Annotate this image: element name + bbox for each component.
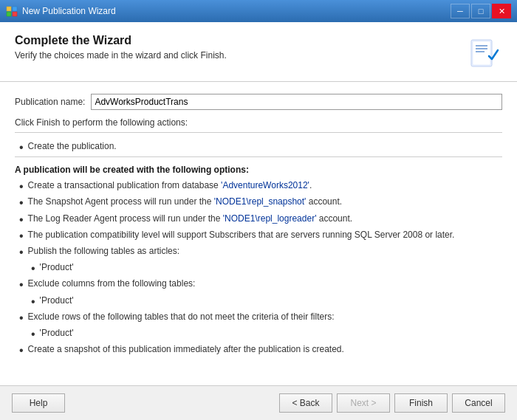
dialog-header: Complete the Wizard Verify the choices m… <box>0 22 517 82</box>
bullet-dot-o2: • <box>19 196 24 210</box>
publish-table-text-1: 'Product' <box>40 261 74 274</box>
pub-name-row: Publication name: <box>15 94 502 110</box>
sub-bullet-dot-2: • <box>31 295 35 309</box>
option-item-8: • Create a snapshot of this publication … <box>15 343 502 357</box>
option-item-7: • Exclude rows of the following tables t… <box>15 311 502 325</box>
option-text-6: Exclude columns from the following table… <box>28 278 196 290</box>
svg-rect-1 <box>13 7 17 11</box>
option-text-3: The Log Reader Agent process will run un… <box>28 213 353 225</box>
publish-table-1: • 'Product' <box>15 261 502 275</box>
window-title: New Publication Wizard <box>22 6 116 16</box>
option-text-5: Publish the following tables as articles… <box>28 245 179 258</box>
option-item-3: • The Log Reader Agent process will run … <box>15 213 502 227</box>
bullet-dot: • <box>19 140 24 154</box>
bullet-dot-o8: • <box>19 343 24 357</box>
option-text-7: Exclude rows of the following tables tha… <box>28 311 335 323</box>
bullet-dot-o5: • <box>19 245 24 259</box>
click-finish-text: Click Finish to perform the following ac… <box>15 117 502 128</box>
close-button[interactable]: ✕ <box>492 4 511 18</box>
option-item-4: • The publication compatibility level wi… <box>15 229 502 243</box>
sub-bullet-dot-1: • <box>31 261 35 275</box>
exclude-col-table-1: • 'Product' <box>15 295 502 309</box>
pub-name-label: Publication name: <box>15 97 85 107</box>
app-icon <box>6 5 18 17</box>
wizard-title: Complete the Wizard <box>15 34 227 47</box>
option-text-8: Create a snapshot of this publication im… <box>28 343 344 356</box>
action-text-1: Create the publication. <box>28 140 117 153</box>
option-text-2: The Snapshot Agent process will run unde… <box>28 196 343 208</box>
section-divider-2 <box>15 156 502 157</box>
option-item-5: • Publish the following tables as articl… <box>15 245 502 259</box>
exclude-row-text-1: 'Product' <box>40 327 74 340</box>
next-button[interactable]: Next > <box>337 393 390 413</box>
finish-button[interactable]: Finish <box>394 393 448 413</box>
wizard-icon <box>465 35 501 71</box>
minimize-button[interactable]: ─ <box>451 4 470 18</box>
bullet-dot-o7: • <box>19 311 24 325</box>
option-item-6: • Exclude columns from the following tab… <box>15 278 502 292</box>
bullet-dot-o6: • <box>19 278 24 292</box>
options-title: A publication will be created with the f… <box>15 165 502 175</box>
option-item-1: • Create a transactional publication fro… <box>15 179 502 193</box>
help-button[interactable]: Help <box>12 393 65 413</box>
footer-right: < Back Next > Finish Cancel <box>279 393 505 413</box>
section-divider-1 <box>15 132 502 133</box>
bullet-dot-o4: • <box>19 229 24 243</box>
pub-name-input[interactable] <box>91 94 502 110</box>
svg-rect-2 <box>7 12 11 16</box>
option-item-2: • The Snapshot Agent process will run un… <box>15 196 502 210</box>
svg-rect-0 <box>7 7 11 11</box>
option-text-4: The publication compatibility level will… <box>28 229 455 241</box>
window-controls: ─ □ ✕ <box>451 4 511 18</box>
bullet-dot-o3: • <box>19 213 24 227</box>
cancel-button[interactable]: Cancel <box>452 393 505 413</box>
bullet-dot-o1: • <box>19 179 24 193</box>
dialog-body: Publication name: Click Finish to perfor… <box>0 82 517 385</box>
header-icon-area <box>464 34 502 72</box>
footer-left: Help <box>12 393 65 413</box>
svg-rect-3 <box>13 12 17 16</box>
exclude-row-table-1: • 'Product' <box>15 327 502 341</box>
action-item-1: • Create the publication. <box>15 140 502 154</box>
dialog: Complete the Wizard Verify the choices m… <box>0 22 517 420</box>
sub-bullet-dot-3: • <box>31 327 35 341</box>
back-button[interactable]: < Back <box>279 393 332 413</box>
exclude-col-text-1: 'Product' <box>40 295 74 307</box>
dialog-footer: Help < Back Next > Finish Cancel <box>0 385 517 420</box>
svg-rect-5 <box>473 41 490 65</box>
option-text-1: Create a transactional publication from … <box>28 179 312 192</box>
title-bar: New Publication Wizard ─ □ ✕ <box>0 0 517 22</box>
header-text-block: Complete the Wizard Verify the choices m… <box>15 34 227 61</box>
wizard-subtitle: Verify the choices made in the wizard an… <box>15 50 227 61</box>
maximize-button[interactable]: □ <box>471 4 490 18</box>
